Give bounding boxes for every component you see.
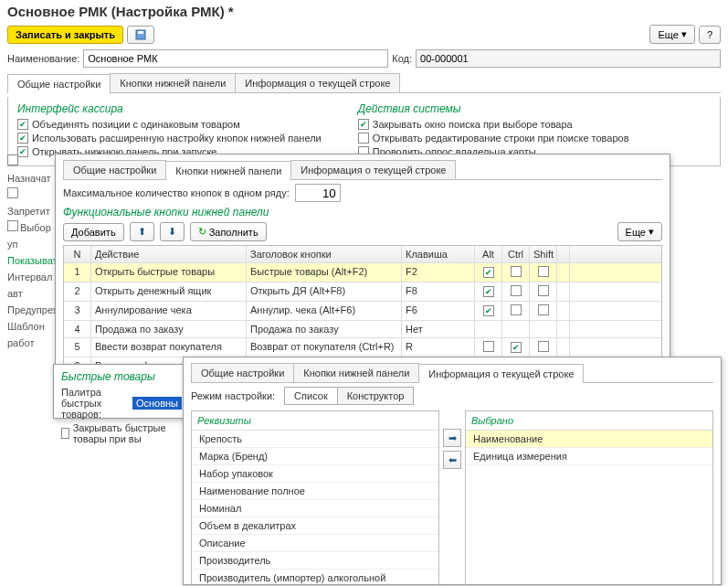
checkbox-label: Закрывать окно поиска при выборе товара — [373, 119, 573, 130]
save-button[interactable] — [127, 26, 154, 44]
left-cutoff-text: НазначатЗапретитВыбор упПоказыватИнтерва… — [7, 154, 53, 170]
chevron-down-icon: ▾ — [681, 28, 687, 40]
tab-row-info[interactable]: Информация о текущей строке — [235, 73, 400, 92]
section-cashier-ui: Интерфейс кассира — [17, 102, 322, 115]
save-close-button[interactable]: Записать и закрыть — [7, 26, 123, 44]
tab-row-info-2[interactable]: Информация о текущей строке — [290, 160, 456, 170]
checkbox[interactable] — [17, 119, 28, 130]
main-tabs: Общие настройки Кнопки нижней панели Инф… — [7, 73, 721, 93]
name-input[interactable] — [83, 49, 388, 68]
checkbox-label: Открывать редактирование строки при поис… — [373, 133, 629, 144]
checkbox[interactable] — [358, 133, 369, 144]
name-label: Наименование: — [7, 53, 79, 64]
bottom-buttons-panel: Общие настройки Кнопки нижней панели Инф… — [55, 154, 670, 170]
code-input[interactable] — [416, 49, 721, 68]
floppy-icon — [135, 29, 146, 40]
page-title: Основное РМК (Настройка РМК) * — [7, 4, 721, 19]
help-button[interactable]: ? — [699, 26, 721, 44]
checkbox-label: Использовать расширенную настройку кнопо… — [32, 133, 322, 144]
tab-general-2[interactable]: Общие настройки — [63, 160, 166, 170]
svg-rect-1 — [138, 31, 143, 34]
checkbox[interactable] — [358, 119, 369, 130]
checkbox[interactable] — [17, 133, 28, 144]
more-button[interactable]: Еще ▾ — [649, 25, 694, 44]
section-system-actions: Действия системы — [358, 102, 629, 115]
tab-bottom-buttons-2[interactable]: Кнопки нижней панели — [165, 161, 291, 170]
checkbox-label: Объединять позиции с одинаковым товаром — [32, 119, 240, 130]
tab-bottom-buttons[interactable]: Кнопки нижней панели — [110, 73, 236, 92]
code-label: Код: — [392, 53, 412, 64]
tab-general[interactable]: Общие настройки — [7, 74, 111, 93]
